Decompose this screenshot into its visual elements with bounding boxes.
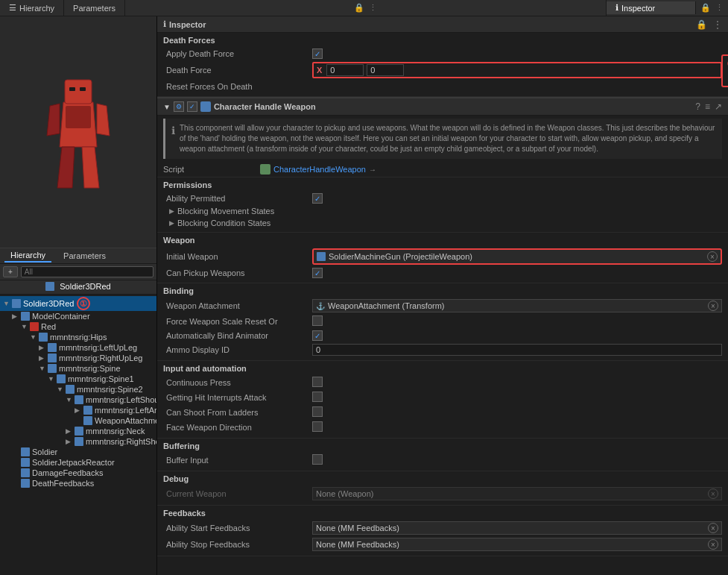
- top-bar: ☰ Hierarchy Parameters 🔒 ⋮ ℹ Inspector 🔒…: [0, 0, 728, 16]
- hierarchy-content[interactable]: ▼ Soldier3DRed ① ▶ ModelContainer ▼ Red: [0, 295, 156, 575]
- weapon-attachment-clear[interactable]: ×: [708, 301, 718, 311]
- ability-stop-feedbacks-field: None (MM Feedbacks) ×: [312, 538, 722, 551]
- tree-item-damagefeedbacks[interactable]: DamageFeedbacks: [0, 468, 156, 478]
- tree-item-leftshoulder[interactable]: ▼ mmntnsrig:LeftShoulder: [0, 395, 156, 405]
- feedbacks-title: Feedbacks: [163, 509, 722, 518]
- label-deathfeedbacks: DeathFeedbacks: [32, 479, 94, 488]
- face-weapon-row: Face Weapon Direction: [163, 420, 722, 435]
- tab-hierarchy[interactable]: ☰ Hierarchy: [0, 0, 64, 16]
- icon-spine1: [57, 374, 66, 383]
- auto-bind-animator-value: [312, 330, 722, 341]
- script-link[interactable]: CharacterHandleWeapon: [273, 165, 366, 174]
- ability-stop-feedbacks-btn[interactable]: ×: [708, 539, 718, 550]
- icon-leftupleg: [48, 343, 57, 352]
- root-label: Soldier3DRed: [60, 282, 110, 291]
- arrow-spine: ▼: [39, 365, 48, 372]
- component-enabled-checkbox[interactable]: [187, 101, 197, 112]
- tree-item-deathfeedbacks[interactable]: DeathFeedbacks: [0, 478, 156, 488]
- script-value: CharacterHandleWeapon →: [260, 164, 722, 175]
- force-weapon-scale-label: Force Weapon Scale Reset Or: [163, 317, 312, 326]
- tree-item-spine1[interactable]: ▼ mmntnsrig:Spine1: [0, 374, 156, 384]
- icon-neck: [75, 427, 83, 436]
- current-weapon-text: None (Weapon): [316, 489, 705, 498]
- face-weapon-checkbox[interactable]: [312, 421, 323, 432]
- ability-permitted-row: Ability Permitted: [163, 192, 722, 205]
- component-settings-icon[interactable]: ⚙: [174, 101, 184, 112]
- panel-tab-parameters[interactable]: Parameters: [57, 250, 112, 262]
- label-spine: mmntnsrig:Spine: [59, 364, 121, 373]
- svg-marker-3: [97, 104, 110, 136]
- inspector-content[interactable]: Death Forces Apply Death Force Death For…: [157, 33, 728, 575]
- death-force-z-input[interactable]: [367, 64, 404, 76]
- input-section-title: Input and automation: [163, 364, 722, 373]
- tree-item-spine[interactable]: ▼ mmntnsrig:Spine: [0, 363, 156, 374]
- inspector-tab-icons: 🔒 ⋮: [696, 3, 728, 13]
- question-icon[interactable]: ?: [695, 101, 700, 112]
- force-weapon-scale-checkbox[interactable]: [312, 315, 323, 326]
- permissions-title: Permissions: [163, 180, 722, 189]
- tree-item-soldierjetpack[interactable]: SoldierJetpackReactor: [0, 457, 156, 468]
- blocking-condition-arrow: ▶: [169, 219, 174, 227]
- icon-weaponattachment: [83, 416, 92, 425]
- lock-icon: 🔒: [354, 3, 364, 13]
- getting-hit-checkbox[interactable]: [312, 392, 323, 402]
- panel-header: Hierarchy Parameters: [0, 248, 156, 264]
- tree-item-hips[interactable]: ▼ mmntnsrig:Hips: [0, 332, 156, 342]
- continuous-press-row: Continuous Press: [163, 375, 722, 390]
- tab-inspector[interactable]: ℹ Inspector: [607, 1, 696, 14]
- tree-item-rightupleg[interactable]: ▶ mmntnsrig:RightUpLeg: [0, 353, 156, 363]
- tree-item-soldier[interactable]: Soldier: [0, 447, 156, 457]
- getting-hit-value: [312, 392, 722, 403]
- tree-item-neck[interactable]: ▶ mmntnsrig:Neck: [0, 426, 156, 436]
- settings-icon[interactable]: ≡: [705, 101, 710, 112]
- ability-start-feedbacks-text: None (MM Feedbacks): [316, 524, 705, 532]
- getting-hit-label: Getting Hit Interrupts Attack: [163, 393, 312, 402]
- tree-item-weaponattachment[interactable]: WeaponAttachment: [0, 415, 156, 426]
- force-weapon-scale-row: Force Weapon Scale Reset Or: [163, 314, 722, 329]
- info-icon: ℹ: [615, 3, 618, 13]
- can-shoot-ladders-checkbox[interactable]: [312, 406, 323, 417]
- apply-death-force-checkbox[interactable]: [312, 48, 323, 59]
- tree-item-leftupleg[interactable]: ▶ mmntnsrig:LeftUpLeg: [0, 342, 156, 353]
- tree-item-rightshoulder[interactable]: ▶ mmntnsrig:RightShoulder: [0, 436, 156, 447]
- tree-item-spine2[interactable]: ▼ mmntnsrig:Spine2: [0, 384, 156, 395]
- tree-item-modelcontainer[interactable]: ▶ ModelContainer: [0, 311, 156, 321]
- component-handle-weapon-header[interactable]: ▼ ⚙ Character Handle Weapon ? ≡ ↗: [157, 97, 728, 116]
- expand-icon[interactable]: ↗: [715, 101, 722, 112]
- main-area: Hierarchy Parameters + Soldier3DRed ▼: [0, 16, 728, 575]
- ability-permitted-checkbox[interactable]: [312, 193, 323, 204]
- current-weapon-btn[interactable]: ×: [708, 488, 718, 499]
- blocking-movement-row[interactable]: ▶ Blocking Movement States: [163, 205, 722, 217]
- initial-weapon-row: Initial Weapon SoldierMachineGun (Projec…: [163, 247, 722, 266]
- weapon-clear-btn[interactable]: ×: [707, 251, 718, 262]
- tree-item-soldier3dred[interactable]: ▼ Soldier3DRed ①: [0, 296, 156, 311]
- hierarchy-icon: ☰: [9, 3, 16, 13]
- icon-soldier3dred: [12, 299, 21, 308]
- tree-item-leftarm[interactable]: ▶ mmntnsrig:LeftArm: [0, 405, 156, 415]
- death-forces-title: Death Forces: [163, 36, 722, 45]
- label-modelcontainer: ModelContainer: [32, 312, 90, 321]
- ability-stop-feedbacks-label: Ability Stop Feedbacks: [163, 540, 312, 549]
- label-rightupleg: mmntnsrig:RightUpLeg: [59, 354, 143, 362]
- icon-leftshoulder: [75, 395, 83, 404]
- tab-parameters[interactable]: Parameters: [64, 0, 125, 16]
- menu-icon-2: ⋮: [713, 19, 722, 30]
- search-input[interactable]: [21, 266, 153, 277]
- death-forces-section: Death Forces Apply Death Force Death For…: [157, 33, 728, 97]
- add-button[interactable]: +: [3, 266, 18, 277]
- force-weapon-scale-value: [312, 315, 722, 327]
- ability-start-feedbacks-btn[interactable]: ×: [708, 523, 718, 533]
- buffer-input-checkbox[interactable]: [312, 454, 323, 465]
- svg-rect-1: [65, 80, 92, 104]
- ammo-display-input[interactable]: [312, 344, 722, 356]
- can-pickup-checkbox[interactable]: [312, 268, 323, 278]
- panel-tab-hierarchy[interactable]: Hierarchy: [4, 249, 51, 263]
- continuous-press-checkbox[interactable]: [312, 377, 323, 387]
- icon-spine2: [66, 385, 75, 394]
- blocking-condition-row[interactable]: ▶ Blocking Condition States: [163, 217, 722, 229]
- top-bar-icons: 🔒 ⋮: [349, 0, 382, 16]
- auto-bind-animator-checkbox[interactable]: [312, 330, 323, 341]
- death-force-x-input[interactable]: [326, 64, 364, 76]
- tree-item-red[interactable]: ▼ Red: [0, 321, 156, 332]
- buffering-section: Buffering Buffer Input: [157, 439, 728, 471]
